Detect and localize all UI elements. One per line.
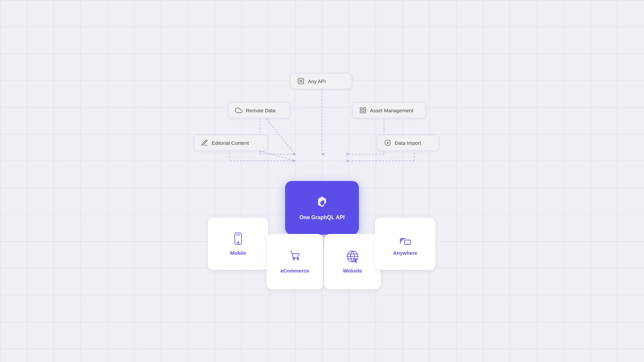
output-ecommerce-label: eCommerce [280, 268, 309, 274]
svg-rect-19 [364, 108, 366, 110]
source-remote-data-label: Remote Data [246, 108, 275, 113]
output-website: Website [324, 234, 381, 289]
diagram-container: Any API Remote Data Asset Management Edi… [171, 50, 473, 312]
svg-rect-20 [360, 111, 362, 113]
cart-icon [288, 250, 302, 263]
source-editorial-content-label: Editorial Content [212, 140, 249, 146]
svg-rect-21 [364, 111, 366, 113]
api-icon [297, 77, 305, 85]
svg-point-26 [293, 258, 295, 260]
import-icon [384, 139, 391, 146]
center-graphql-node: One GraphQL API [285, 181, 359, 235]
mobile-icon [231, 232, 245, 245]
grid-icon [359, 107, 367, 114]
output-ecommerce: eCommerce [267, 234, 323, 289]
output-mobile: Mobile [208, 218, 268, 270]
center-node-label: One GraphQL API [299, 215, 344, 221]
output-anywhere: Anywhere [375, 218, 435, 270]
output-anywhere-label: Anywhere [393, 250, 417, 256]
source-any-api: Any API [290, 73, 352, 89]
source-editorial-content: Editorial Content [194, 135, 268, 151]
cast-icon [398, 232, 412, 245]
source-data-import-label: Data Import [395, 140, 421, 146]
source-remote-data: Remote Data [228, 102, 290, 118]
svg-point-24 [237, 242, 239, 243]
output-website-label: Website [343, 268, 362, 274]
cloud-icon [235, 107, 243, 114]
svg-rect-23 [235, 233, 241, 244]
svg-point-27 [297, 258, 299, 260]
source-any-api-label: Any API [308, 78, 326, 84]
svg-rect-18 [360, 108, 362, 110]
globe-icon [346, 250, 359, 263]
source-data-import: Data Import [377, 135, 439, 151]
graphql-logo [314, 195, 330, 210]
output-mobile-label: Mobile [230, 250, 246, 256]
edit-icon [201, 139, 208, 146]
source-asset-management-label: Asset Management [370, 108, 413, 113]
source-asset-management: Asset Management [352, 102, 426, 118]
